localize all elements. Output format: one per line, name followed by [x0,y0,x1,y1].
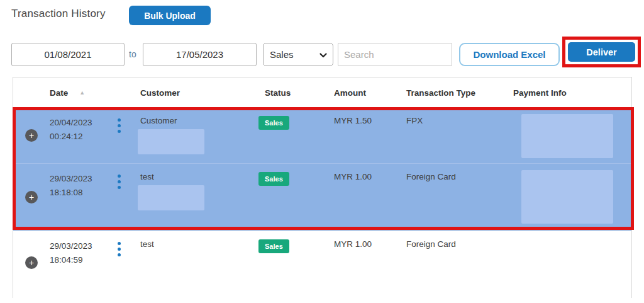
search-input[interactable] [338,43,452,66]
status-badge: Sales [258,239,289,253]
bulk-upload-button[interactable]: Bulk Upload [129,6,211,25]
column-header-customer: Customer [140,88,258,98]
amount-cell: MYR 1.00 [334,231,406,294]
deliver-button[interactable]: Deliver [568,42,635,62]
expand-cell: + [13,164,50,231]
date-cell: 29/03/2023 18:04:59 [50,231,114,294]
transaction-date: 29/03/2023 [50,172,114,186]
expand-row-button[interactable]: + [25,256,38,269]
kebab-menu-icon [118,242,121,256]
transaction-time: 00:24:12 [50,130,114,144]
table-header-row: Date ▲ Customer Status Amount Transactio… [13,77,631,108]
payment-info-cell [513,231,631,294]
date-cell: 29/03/2023 18:18:08 [50,164,114,231]
amount-cell: MYR 1.00 [334,164,406,231]
transaction-date: 20/04/2023 [50,116,114,130]
expand-row-button[interactable]: + [25,129,38,142]
type-filter-value: Sales [270,49,319,60]
expand-cell: + [13,108,50,163]
expand-cell: + [13,231,50,294]
transaction-type-cell: Foreign Card [406,164,513,231]
status-badge: Sales [258,172,289,186]
column-header-date[interactable]: Date ▲ [50,88,114,98]
expand-row-button[interactable]: + [25,191,38,203]
customer-name: test [140,239,258,249]
table-row[interactable]: + 29/03/2023 18:04:59 test Sales MYR 1.0… [13,231,631,294]
customer-cell: test [140,231,258,294]
table-row[interactable]: + 29/03/2023 18:18:08 test Sales MYR 1.0… [13,163,631,231]
payment-info-redaction-box [521,170,613,224]
kebab-menu-icon [118,174,121,189]
transaction-type-cell: Foreign Card [406,231,513,294]
column-header-payment-info: Payment Info [513,88,631,98]
date-cell: 20/04/2023 00:24:12 [50,108,114,163]
status-cell: Sales [258,108,334,163]
transaction-time: 18:18:08 [50,186,114,200]
status-cell: Sales [258,164,334,231]
payment-info-cell [513,164,631,231]
customer-redaction-box [138,185,204,210]
customer-name: test [140,172,258,181]
date-to-input[interactable] [143,43,257,66]
sort-ascending-icon: ▲ [79,89,85,96]
date-from-input[interactable] [11,43,125,66]
column-header-transaction-type: Transaction Type [406,88,513,98]
status-badge: Sales [258,116,289,130]
customer-redaction-box [138,129,204,154]
date-range-separator: to [129,49,136,59]
status-cell: Sales [258,231,334,294]
customer-cell: Customer [140,108,258,163]
transaction-history-page: Transaction History Bulk Upload to Sales… [0,0,644,303]
page-title: Transaction History [11,8,106,20]
transactions-table: Date ▲ Customer Status Amount Transactio… [13,77,632,298]
payment-info-redaction-box [521,114,613,158]
row-actions-menu[interactable] [114,164,140,231]
transaction-time: 18:04:59 [50,253,114,267]
row-actions-menu[interactable] [114,231,140,294]
row-actions-menu[interactable] [114,108,140,163]
amount-cell: MYR 1.50 [334,108,406,163]
transaction-date: 29/03/2023 [50,239,114,253]
table-row[interactable]: + 20/04/2023 00:24:12 Customer Sales MYR… [13,108,631,163]
payment-info-cell [513,108,631,163]
customer-cell: test [140,164,258,231]
customer-name: Customer [140,116,258,125]
transaction-type-cell: FPX [406,108,513,163]
column-header-status: Status [258,88,334,98]
kebab-menu-icon [118,118,121,133]
download-excel-button[interactable]: Download Excel [459,43,560,66]
column-header-amount: Amount [334,88,406,98]
chevron-down-icon [319,49,327,60]
type-filter-select[interactable]: Sales [263,43,333,66]
